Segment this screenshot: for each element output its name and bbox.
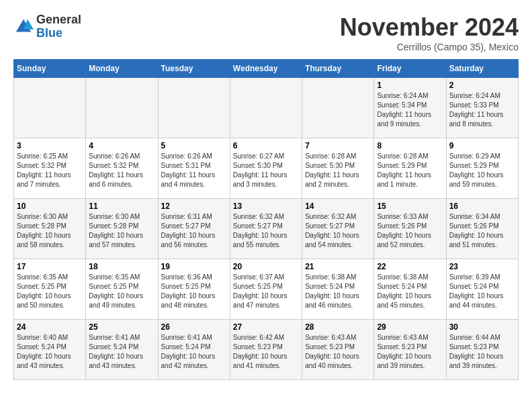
day-info: Sunrise: 6:35 AM Sunset: 5:25 PM Dayligh… [17, 273, 83, 310]
day-number: 11 [89, 201, 154, 211]
day-number: 9 [449, 141, 515, 150]
calendar-day-cell: 23Sunrise: 6:39 AM Sunset: 5:24 PM Dayli… [446, 259, 518, 320]
day-number: 29 [377, 322, 443, 332]
calendar-day-cell: 18Sunrise: 6:35 AM Sunset: 5:25 PM Dayli… [86, 259, 158, 320]
day-number: 15 [377, 201, 443, 211]
weekday-header: SundayMondayTuesdayWednesdayThursdayFrid… [14, 60, 519, 78]
day-number: 20 [233, 262, 299, 271]
calendar-day-cell: 24Sunrise: 6:40 AM Sunset: 5:24 PM Dayli… [14, 320, 86, 380]
day-info: Sunrise: 6:26 AM Sunset: 5:32 PM Dayligh… [89, 152, 154, 189]
calendar-day-cell: 9Sunrise: 6:29 AM Sunset: 5:29 PM Daylig… [446, 138, 518, 199]
day-number: 12 [161, 201, 227, 211]
day-number: 27 [233, 322, 299, 332]
day-number: 7 [305, 141, 371, 150]
day-info: Sunrise: 6:35 AM Sunset: 5:25 PM Dayligh… [89, 273, 154, 310]
day-info: Sunrise: 6:43 AM Sunset: 5:23 PM Dayligh… [377, 333, 443, 371]
weekday-header-cell: Wednesday [230, 60, 302, 78]
day-number: 23 [449, 262, 515, 271]
calendar-day-cell: 16Sunrise: 6:34 AM Sunset: 5:26 PM Dayli… [446, 199, 518, 259]
logo-general: General [36, 13, 81, 26]
day-info: Sunrise: 6:28 AM Sunset: 5:29 PM Dayligh… [377, 152, 443, 189]
day-number: 22 [377, 262, 443, 271]
day-number: 24 [17, 322, 83, 332]
day-info: Sunrise: 6:31 AM Sunset: 5:27 PM Dayligh… [161, 212, 227, 250]
calendar-day-cell: 25Sunrise: 6:41 AM Sunset: 5:24 PM Dayli… [86, 320, 158, 380]
day-info: Sunrise: 6:40 AM Sunset: 5:24 PM Dayligh… [17, 333, 83, 371]
day-info: Sunrise: 6:30 AM Sunset: 5:28 PM Dayligh… [89, 212, 154, 250]
day-number: 19 [161, 262, 227, 271]
header: General Blue November 2024 Cerrillos (Ca… [13, 13, 519, 52]
day-number: 25 [89, 322, 154, 332]
day-number: 21 [305, 262, 371, 271]
calendar-day-cell: 17Sunrise: 6:35 AM Sunset: 5:25 PM Dayli… [14, 259, 86, 320]
calendar-day-cell: 8Sunrise: 6:28 AM Sunset: 5:29 PM Daylig… [374, 138, 446, 199]
day-info: Sunrise: 6:26 AM Sunset: 5:31 PM Dayligh… [161, 152, 227, 189]
day-info: Sunrise: 6:38 AM Sunset: 5:24 PM Dayligh… [305, 273, 371, 310]
day-info: Sunrise: 6:42 AM Sunset: 5:23 PM Dayligh… [233, 333, 299, 371]
calendar-day-cell: 12Sunrise: 6:31 AM Sunset: 5:27 PM Dayli… [158, 199, 230, 259]
logo-text: General Blue [36, 13, 81, 40]
calendar-day-cell: 14Sunrise: 6:32 AM Sunset: 5:27 PM Dayli… [302, 199, 374, 259]
calendar-day-cell: 22Sunrise: 6:38 AM Sunset: 5:24 PM Dayli… [374, 259, 446, 320]
weekday-header-cell: Sunday [14, 60, 86, 78]
calendar-day-cell: 6Sunrise: 6:27 AM Sunset: 5:30 PM Daylig… [230, 138, 302, 199]
calendar-day-cell: 13Sunrise: 6:32 AM Sunset: 5:27 PM Dayli… [230, 199, 302, 259]
day-info: Sunrise: 6:25 AM Sunset: 5:32 PM Dayligh… [17, 152, 83, 189]
calendar-day-cell: 29Sunrise: 6:43 AM Sunset: 5:23 PM Dayli… [374, 320, 446, 380]
calendar-day-cell [230, 78, 302, 138]
calendar-day-cell: 21Sunrise: 6:38 AM Sunset: 5:24 PM Dayli… [302, 259, 374, 320]
day-info: Sunrise: 6:30 AM Sunset: 5:28 PM Dayligh… [17, 212, 83, 250]
day-info: Sunrise: 6:32 AM Sunset: 5:27 PM Dayligh… [233, 212, 299, 250]
calendar-table: SundayMondayTuesdayWednesdayThursdayFrid… [13, 59, 519, 380]
calendar-week-row: 17Sunrise: 6:35 AM Sunset: 5:25 PM Dayli… [14, 259, 519, 320]
day-number: 18 [89, 262, 154, 271]
day-info: Sunrise: 6:33 AM Sunset: 5:26 PM Dayligh… [377, 212, 443, 250]
title-area: November 2024 Cerrillos (Campo 35), Mexi… [340, 13, 519, 52]
day-number: 6 [233, 141, 299, 150]
calendar-week-row: 24Sunrise: 6:40 AM Sunset: 5:24 PM Dayli… [14, 320, 519, 380]
logo-icon [13, 17, 34, 37]
calendar-day-cell: 27Sunrise: 6:42 AM Sunset: 5:23 PM Dayli… [230, 320, 302, 380]
calendar-day-cell: 1Sunrise: 6:24 AM Sunset: 5:34 PM Daylig… [374, 78, 446, 138]
calendar-day-cell: 28Sunrise: 6:43 AM Sunset: 5:23 PM Dayli… [302, 320, 374, 380]
logo: General Blue [13, 13, 81, 40]
day-info: Sunrise: 6:24 AM Sunset: 5:33 PM Dayligh… [449, 91, 515, 129]
day-number: 17 [17, 262, 83, 271]
day-info: Sunrise: 6:34 AM Sunset: 5:26 PM Dayligh… [449, 212, 515, 250]
calendar-day-cell: 11Sunrise: 6:30 AM Sunset: 5:28 PM Dayli… [86, 199, 158, 259]
weekday-header-cell: Friday [374, 60, 446, 78]
calendar-day-cell: 15Sunrise: 6:33 AM Sunset: 5:26 PM Dayli… [374, 199, 446, 259]
day-number: 3 [17, 141, 83, 150]
weekday-header-cell: Thursday [302, 60, 374, 78]
calendar-day-cell: 10Sunrise: 6:30 AM Sunset: 5:28 PM Dayli… [14, 199, 86, 259]
day-info: Sunrise: 6:32 AM Sunset: 5:27 PM Dayligh… [305, 212, 371, 250]
day-info: Sunrise: 6:38 AM Sunset: 5:24 PM Dayligh… [377, 273, 443, 310]
calendar-title: November 2024 [340, 13, 519, 42]
calendar-day-cell: 30Sunrise: 6:44 AM Sunset: 5:23 PM Dayli… [446, 320, 518, 380]
day-number: 26 [161, 322, 227, 332]
calendar-day-cell: 3Sunrise: 6:25 AM Sunset: 5:32 PM Daylig… [14, 138, 86, 199]
calendar-subtitle: Cerrillos (Campo 35), Mexico [340, 42, 519, 52]
day-info: Sunrise: 6:28 AM Sunset: 5:30 PM Dayligh… [305, 152, 371, 189]
calendar-day-cell: 2Sunrise: 6:24 AM Sunset: 5:33 PM Daylig… [446, 78, 518, 138]
calendar-day-cell: 26Sunrise: 6:41 AM Sunset: 5:24 PM Dayli… [158, 320, 230, 380]
calendar-day-cell [302, 78, 374, 138]
calendar-day-cell: 19Sunrise: 6:36 AM Sunset: 5:25 PM Dayli… [158, 259, 230, 320]
calendar-day-cell: 20Sunrise: 6:37 AM Sunset: 5:25 PM Dayli… [230, 259, 302, 320]
calendar-week-row: 10Sunrise: 6:30 AM Sunset: 5:28 PM Dayli… [14, 199, 519, 259]
day-info: Sunrise: 6:29 AM Sunset: 5:29 PM Dayligh… [449, 152, 515, 189]
day-number: 10 [17, 201, 83, 211]
calendar-day-cell [86, 78, 158, 138]
day-number: 1 [377, 81, 443, 90]
day-number: 5 [161, 141, 227, 150]
day-number: 8 [377, 141, 443, 150]
weekday-header-cell: Tuesday [158, 60, 230, 78]
day-info: Sunrise: 6:39 AM Sunset: 5:24 PM Dayligh… [449, 273, 515, 310]
calendar-week-row: 3Sunrise: 6:25 AM Sunset: 5:32 PM Daylig… [14, 138, 519, 199]
day-number: 2 [449, 81, 515, 90]
day-info: Sunrise: 6:43 AM Sunset: 5:23 PM Dayligh… [305, 333, 371, 371]
weekday-header-cell: Saturday [446, 60, 518, 78]
day-info: Sunrise: 6:41 AM Sunset: 5:24 PM Dayligh… [89, 333, 154, 371]
calendar-day-cell: 4Sunrise: 6:26 AM Sunset: 5:32 PM Daylig… [86, 138, 158, 199]
calendar-day-cell [158, 78, 230, 138]
